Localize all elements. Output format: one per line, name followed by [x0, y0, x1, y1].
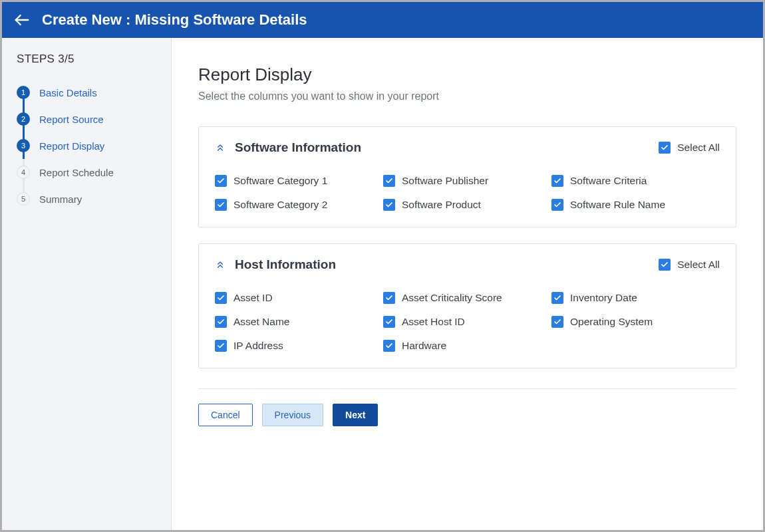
- app-frame: Create New : Missing Software Details ST…: [2, 2, 763, 530]
- column-label: Asset Name: [233, 316, 289, 328]
- step-label: Report Schedule: [39, 167, 114, 178]
- column-checkbox[interactable]: Asset ID: [215, 292, 383, 304]
- header-title: Create New : Missing Software Details: [42, 11, 307, 29]
- checkbox-icon: [659, 259, 671, 271]
- column-label: Software Product: [402, 199, 481, 211]
- column-checkbox[interactable]: Asset Host ID: [383, 316, 551, 328]
- previous-button[interactable]: Previous: [262, 404, 323, 426]
- column-label: Inventory Date: [570, 292, 637, 304]
- checkbox-icon: [551, 292, 563, 304]
- column-checkbox[interactable]: Software Category 1: [215, 175, 383, 187]
- step-report-display[interactable]: 3Report Display: [17, 132, 160, 159]
- checkbox-icon: [551, 316, 563, 328]
- step-label: Summary: [39, 194, 82, 205]
- step-number: 5: [17, 192, 30, 205]
- step-number: 4: [17, 166, 30, 179]
- checkbox-icon: [215, 340, 227, 352]
- checkbox-icon: [551, 175, 563, 187]
- column-label: Software Criteria: [570, 175, 647, 187]
- step-report-schedule[interactable]: 4Report Schedule: [17, 159, 160, 186]
- select-all-checkbox[interactable]: Select All: [659, 259, 720, 271]
- column-label: Asset Host ID: [402, 316, 465, 328]
- column-checkbox[interactable]: Software Category 2: [215, 199, 383, 211]
- steps-list: 1Basic Details2Report Source3Report Disp…: [17, 79, 160, 212]
- checkbox-icon: [215, 316, 227, 328]
- cancel-button[interactable]: Cancel: [198, 404, 253, 426]
- step-label: Report Display: [39, 140, 104, 152]
- checkbox-icon: [383, 199, 395, 211]
- footer-divider: [198, 388, 736, 389]
- wizard-footer: Cancel Previous Next: [198, 404, 736, 426]
- column-label: Asset ID: [233, 292, 273, 304]
- collapse-icon[interactable]: [215, 259, 226, 270]
- page-subtitle: Select the columns you want to show in y…: [198, 90, 736, 102]
- column-checkbox[interactable]: Asset Criticality Score: [383, 292, 551, 304]
- checkbox-icon: [551, 199, 563, 211]
- step-basic-details[interactable]: 1Basic Details: [17, 79, 160, 106]
- section-title: Host Information: [235, 257, 336, 272]
- column-label: Software Category 2: [233, 199, 327, 211]
- checkbox-icon: [383, 292, 395, 304]
- steps-counter: STEPS 3/5: [17, 53, 160, 66]
- select-all-label: Select All: [677, 259, 720, 271]
- section-host-information: Host InformationSelect AllAsset IDAsset …: [198, 243, 736, 368]
- column-checkbox[interactable]: Software Publisher: [383, 175, 551, 187]
- column-checkbox[interactable]: Inventory Date: [551, 292, 720, 304]
- select-all-checkbox[interactable]: Select All: [659, 142, 720, 154]
- column-checkbox[interactable]: Operating System: [551, 316, 720, 328]
- column-label: IP Address: [233, 340, 283, 352]
- collapse-icon[interactable]: [215, 142, 226, 153]
- select-all-label: Select All: [677, 142, 720, 154]
- steps-sidebar: STEPS 3/5 1Basic Details2Report Source3R…: [2, 38, 172, 530]
- column-label: Hardware: [402, 340, 446, 352]
- column-checkbox[interactable]: Asset Name: [215, 316, 383, 328]
- step-number: 1: [17, 86, 30, 99]
- column-label: Asset Criticality Score: [402, 292, 502, 304]
- page-header: Create New : Missing Software Details: [2, 2, 763, 38]
- step-label: Basic Details: [39, 87, 97, 98]
- column-label: Software Rule Name: [570, 199, 665, 211]
- column-label: Software Publisher: [402, 175, 488, 187]
- page-title: Report Display: [198, 65, 736, 85]
- step-number: 3: [17, 139, 30, 152]
- column-checkbox[interactable]: IP Address: [215, 340, 383, 352]
- section-software-information: Software InformationSelect AllSoftware C…: [198, 126, 736, 227]
- column-checkbox[interactable]: Software Criteria: [551, 175, 720, 187]
- column-checkbox[interactable]: Hardware: [383, 340, 551, 352]
- next-button[interactable]: Next: [333, 404, 378, 426]
- columns-grid: Software Category 1Software PublisherSof…: [215, 175, 720, 211]
- step-label: Report Source: [39, 114, 104, 125]
- section-title: Software Information: [235, 140, 361, 155]
- step-report-source[interactable]: 2Report Source: [17, 106, 160, 132]
- column-label: Software Category 1: [233, 175, 327, 187]
- checkbox-icon: [383, 316, 395, 328]
- checkbox-icon: [215, 175, 227, 187]
- step-number: 2: [17, 112, 30, 126]
- checkbox-icon: [383, 340, 395, 352]
- column-checkbox[interactable]: Software Product: [383, 199, 551, 211]
- columns-grid: Asset IDAsset Criticality ScoreInventory…: [215, 292, 720, 352]
- checkbox-icon: [659, 142, 671, 154]
- column-label: Operating System: [570, 316, 653, 328]
- checkbox-icon: [215, 199, 227, 211]
- checkbox-icon: [215, 292, 227, 304]
- back-arrow-icon[interactable]: [13, 11, 31, 29]
- checkbox-icon: [383, 175, 395, 187]
- column-checkbox[interactable]: Software Rule Name: [551, 199, 720, 211]
- step-summary[interactable]: 5Summary: [17, 186, 160, 212]
- main-content: Report Display Select the columns you wa…: [172, 38, 763, 530]
